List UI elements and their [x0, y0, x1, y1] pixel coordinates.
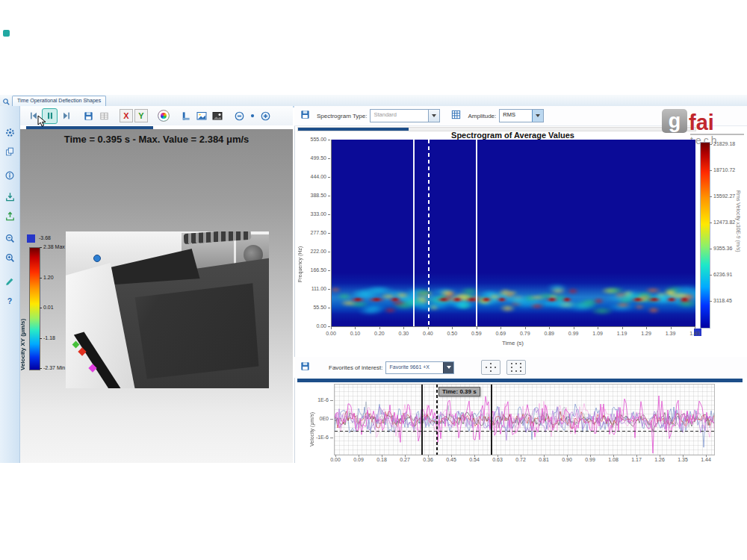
time-plot-baseline-dashed [335, 431, 714, 432]
spectrogram-y-tick-label: 444.00 [304, 174, 326, 179]
spectrogram-x-tick-mark [355, 327, 356, 329]
export-icon[interactable] [3, 190, 16, 203]
time-plot-y-tick-label: -1E-6 [311, 435, 329, 440]
colorbar-tick-mark [40, 368, 42, 369]
spectrogram-colorbar-tick-label: 6236.91 [713, 272, 732, 277]
save-button[interactable] [81, 109, 96, 123]
spectrogram-colorbar-tick-mark [710, 301, 712, 302]
spectrogram-x-tick-label: 0.69 [492, 331, 509, 336]
spectrogram-y-tick-mark [328, 233, 330, 234]
zoom-out-icon[interactable] [3, 231, 16, 245]
spectrogram-y-tick-mark [328, 289, 330, 290]
spectrogram-selection-line[interactable] [413, 140, 415, 326]
spectrogram-cursor-line[interactable] [428, 140, 430, 326]
spectrogram-x-tick-label: 0.50 [443, 331, 461, 336]
spectrogram-blob [562, 297, 571, 302]
time-plot-x-tick-label: 0.45 [442, 457, 460, 462]
time-plot-x-tick-label: 1.35 [674, 457, 692, 462]
spectrogram-colorbar-tick-mark [710, 196, 712, 197]
image-light-button[interactable] [194, 109, 208, 123]
left-icon-rail: ? [0, 106, 20, 463]
spectrogram-y-tick-label: 388.50 [304, 193, 326, 198]
spectrogram-x-tick-mark [452, 327, 453, 329]
velocity-colorbar-label: Velocity XY (μm/s) [19, 258, 26, 370]
favorites-dropdown[interactable]: Favorite 9661 +X [385, 361, 454, 374]
image-dark-button[interactable] [210, 109, 224, 123]
save-icon[interactable] [300, 361, 311, 375]
spectrogram-y-tick-label: 166.50 [304, 267, 326, 273]
import-icon[interactable] [3, 209, 16, 223]
spectrogram-type-dropdown[interactable]: Standard [370, 109, 440, 122]
tab-time-operational-deflection-shapes[interactable]: Time Operational Deflection Shapes [12, 96, 106, 106]
time-plot-x-tick-label: 0.27 [396, 457, 414, 462]
spectrogram-colorbar-tick-mark [710, 249, 712, 249]
marker-layout-button-1[interactable] [481, 360, 500, 375]
time-cursor-tooltip: Time: 0.39 s [438, 387, 480, 396]
spectrogram-x-tick-mark [671, 327, 672, 329]
spectrogram-x-tick-mark [331, 327, 332, 329]
point-size-button[interactable] [248, 109, 257, 123]
spectrogram-x-tick-mark [622, 327, 623, 329]
color-wheel-button[interactable] [156, 109, 170, 123]
scale-button[interactable] [179, 109, 193, 123]
favorites-label: Favorites of interest: [329, 364, 382, 371]
time-plot-x-tick-label: 1.44 [697, 457, 715, 462]
chevron-down-icon[interactable] [428, 110, 439, 122]
colorbar-tick-mark [40, 247, 42, 248]
deflection-title: Time = 0.395 s - Max. Value = 2.384 μm/s [20, 134, 293, 145]
spectrogram-type-label: Spectrogram Type: [317, 113, 367, 119]
time-series-plot[interactable]: Time: 0.39 s [334, 384, 715, 455]
annotate-pencil-icon[interactable] [3, 275, 16, 288]
zoom-in-icon[interactable] [3, 251, 16, 264]
chevron-down-icon[interactable] [443, 362, 453, 373]
spectrogram-x-tick-label: 0.40 [419, 331, 437, 336]
copy-icon[interactable] [3, 145, 16, 158]
x-axis-button[interactable]: X [120, 109, 133, 122]
spectrogram-x-tick-mark [549, 327, 550, 329]
amplitude-label: Amplitude: [468, 113, 496, 119]
time-plot-selection-line[interactable] [421, 385, 423, 455]
spectrogram-y-tick-label: 0.00 [304, 323, 326, 329]
next-frame-button[interactable] [59, 109, 73, 123]
time-plot-cursor-line[interactable] [436, 385, 438, 455]
time-plot-selection-line[interactable] [491, 385, 492, 455]
spectrogram-blob [390, 297, 400, 302]
spectrogram-y-tick-label: 55.50 [304, 305, 326, 310]
time-plot-x-tick-label: 1.17 [627, 457, 645, 462]
colorbar-tick-label: -2.37 Min [43, 365, 65, 370]
time-plot-x-tick-label: 1.26 [651, 457, 669, 462]
chevron-down-icon[interactable] [532, 110, 543, 122]
spectrogram-plot[interactable] [331, 140, 695, 327]
spectrogram-y-tick-mark [328, 308, 330, 308]
zoom-in-button[interactable] [258, 109, 273, 123]
spectrogram-y-tick-label: 111.00 [304, 286, 326, 291]
spectrogram-blob [661, 288, 681, 296]
grid-icon[interactable] [450, 109, 462, 123]
zoom-out-button[interactable] [232, 109, 247, 123]
settings-icon[interactable] [3, 125, 16, 139]
logo-fai: fai [689, 112, 714, 133]
table-button[interactable] [97, 109, 111, 123]
time-plot-x-tick-label: 0.00 [326, 457, 344, 462]
time-plot-x-tick-label: 1.08 [604, 457, 622, 462]
spectrogram-x-tick-mark [500, 327, 501, 329]
help-icon[interactable]: ? [3, 294, 16, 308]
marker-layout-button-2[interactable] [506, 360, 526, 375]
time-plot-x-tick-label: 0.81 [535, 457, 553, 462]
amplitude-dropdown[interactable]: RMS [499, 109, 544, 122]
spectrogram-blob [498, 297, 506, 302]
spectrogram-x-tick-mark [477, 327, 477, 329]
save-icon[interactable] [300, 109, 311, 123]
info-icon[interactable] [3, 169, 16, 182]
tab-label: Time Operational Deflection Shapes [17, 98, 101, 103]
spectrogram-blob [370, 297, 384, 302]
machine-camera-image[interactable] [66, 231, 269, 388]
spectrogram-y-tick-mark [328, 140, 330, 140]
spectrogram-selection-line[interactable] [476, 140, 477, 326]
time-plot-x-tick-label: 0.63 [489, 457, 506, 462]
spectrogram-x-tick-label: 0.20 [371, 331, 388, 336]
y-axis-button[interactable]: Y [134, 109, 148, 122]
time-plot-x-tick-label: 0.36 [419, 457, 437, 462]
time-plot-x-tick-label: 0.09 [350, 457, 368, 462]
spectrogram-x-tick-mark [598, 327, 598, 329]
